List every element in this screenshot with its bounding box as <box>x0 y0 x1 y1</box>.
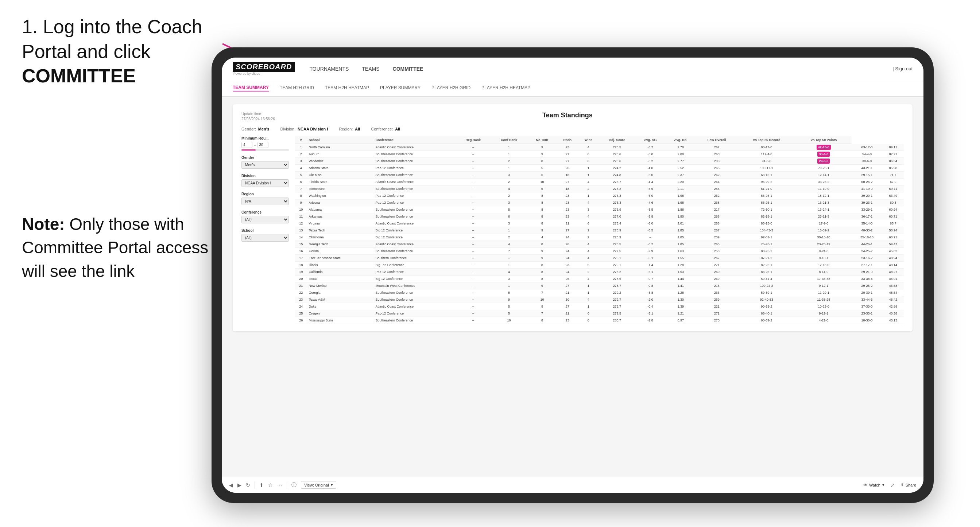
filter-division-label: Division: <box>280 127 296 131</box>
table-cell: Atlantic Coast Conference <box>374 220 456 227</box>
filter-school-select[interactable]: (All) <box>242 234 289 241</box>
table-cell: 14 <box>295 234 307 241</box>
table-cell: 9 <box>527 144 557 151</box>
table-row[interactable]: 15Georgia TechAtlantic Coast Conference–… <box>295 241 904 248</box>
filter-max-input[interactable] <box>258 142 269 148</box>
toolbar-reload-icon[interactable]: ↻ <box>246 482 250 488</box>
table-cell: 59-41-4 <box>737 276 796 283</box>
table-cell: 109-24-2 <box>737 283 796 289</box>
table-row[interactable]: 1North CarolinaAtlantic Coast Conference… <box>295 144 904 151</box>
sign-out-link[interactable]: | Sign out <box>892 66 913 71</box>
table-cell: 10 <box>527 296 557 303</box>
toolbar-info-icon[interactable]: ⓘ <box>291 482 296 488</box>
table-row[interactable]: 24DukeAtlantic Coast Conference–59271279… <box>295 303 904 310</box>
table-row[interactable]: 3VanderbiltSoutheastern Conference–28276… <box>295 158 904 165</box>
table-cell: -1.8 <box>635 317 665 324</box>
table-row[interactable]: 19CaliforniaPac-12 Conference–48242278.2… <box>295 268 904 276</box>
toolbar-forward-icon[interactable]: ▶ <box>237 482 242 488</box>
sub-nav-team-h2h-heatmap[interactable]: TEAM H2H HEATMAP <box>325 85 369 91</box>
table-row[interactable]: 2AuburnSoutheastern Conference–19276273.… <box>295 151 904 158</box>
sub-nav-team-h2h-grid[interactable]: TEAM H2H GRID <box>280 85 314 91</box>
table-row[interactable]: 4Arizona StatePac-12 Conference–15261274… <box>295 165 904 171</box>
table-cell: 267 <box>696 227 737 234</box>
table-cell: 274.2 <box>598 165 635 171</box>
table-cell: 9 <box>527 151 557 158</box>
table-cell: -4.4 <box>635 179 665 186</box>
toolbar-expand-icon[interactable]: ⤢ <box>890 482 895 488</box>
th-no-tour: No Tour <box>527 136 557 144</box>
note-label: Note: <box>22 215 65 233</box>
table-row[interactable]: 11ArkansasSoutheastern Conference–682342… <box>295 213 904 220</box>
table-row[interactable]: 8WashingtonPac-12 Conference–28231276.3-… <box>295 192 904 199</box>
nav-teams[interactable]: TEAMS <box>362 65 379 73</box>
bottom-toolbar: ◀ ▶ ↻ ⬆ ☆ ⋯ ⓘ View: Original ▾ 👁 Watch ▾… <box>222 477 923 493</box>
sub-nav-team-summary[interactable]: TEAM SUMMARY <box>233 85 269 92</box>
toolbar-bookmark-icon[interactable]: ☆ <box>268 482 273 488</box>
table-row[interactable]: 26Mississippi StateSoutheastern Conferen… <box>295 317 904 324</box>
table-cell: 8 <box>527 276 557 283</box>
table-cell: 25 <box>295 310 307 317</box>
filter-division-select[interactable]: NCAA Division I <box>242 179 289 187</box>
standings-table: # School Conference Reg Rank Conf Rank N… <box>295 136 904 324</box>
table-row[interactable]: 16FloridaSoutheastern Conference–7924427… <box>295 248 904 255</box>
table-cell: Illinois <box>307 262 374 268</box>
table-cell: 4 <box>490 268 528 276</box>
filter-min-input[interactable] <box>242 142 252 148</box>
filter-gender-select[interactable]: Men's <box>242 161 289 169</box>
th-school: School <box>307 136 374 144</box>
table-cell: 45.02 <box>882 248 904 255</box>
nav-tournaments[interactable]: TOURNAMENTS <box>309 65 349 73</box>
table-row[interactable]: 23Texas A&MSoutheastern Conference–91030… <box>295 296 904 303</box>
table-cell: 24 <box>557 248 578 255</box>
table-cell: 269 <box>696 276 737 283</box>
card-title: Team Standings <box>275 111 860 119</box>
table-row[interactable]: 21New MexicoMountain West Conference–192… <box>295 283 904 289</box>
toolbar-watch-button[interactable]: 👁 Watch ▾ <box>863 483 885 487</box>
toolbar-share-button[interactable]: ⇧ Share <box>900 483 916 487</box>
table-row[interactable]: 20TexasBig 12 Conference–38264278.6-0.71… <box>295 276 904 283</box>
table-cell: Texas Tech <box>307 227 374 234</box>
table-cell: 23 <box>557 206 578 213</box>
table-cell: 1.28 <box>665 262 696 268</box>
filter-conference-select[interactable]: (All) <box>242 216 289 224</box>
table-row[interactable]: 14OklahomaBig 12 Conference–24242276.9–1… <box>295 234 904 241</box>
sub-nav-player-h2h-grid[interactable]: PLAYER H2H GRID <box>431 85 471 91</box>
table-cell: 100-17-1 <box>737 165 796 171</box>
table-row[interactable]: 13Texas TechBig 12 Conference–19272276.9… <box>295 227 904 234</box>
table-cell: 41-19-0 <box>852 186 882 192</box>
filter-conference-label: Conference: <box>371 127 393 131</box>
table-cell: 24 <box>557 234 578 241</box>
sub-nav-player-summary[interactable]: PLAYER SUMMARY <box>380 85 420 91</box>
table-cell: – <box>456 262 490 268</box>
table-row[interactable]: 5Ole MissSoutheastern Conference–3618127… <box>295 171 904 179</box>
table-row[interactable]: 12VirginiaAtlantic Coast Conference–3821… <box>295 220 904 227</box>
table-row[interactable]: 6Florida StateAtlantic Coast Conference–… <box>295 179 904 186</box>
table-cell: East Tennessee State <box>307 255 374 262</box>
table-cell: 35-18-10 <box>852 234 882 241</box>
table-cell: -5.5 <box>635 186 665 192</box>
toolbar-share-icon[interactable]: ⬆ <box>259 482 264 488</box>
table-cell: 63-15-1 <box>737 171 796 179</box>
table-cell: – <box>456 186 490 192</box>
filter-region-select[interactable]: N/A <box>242 198 289 205</box>
table-cell: Big Ten Conference <box>374 262 456 268</box>
table-cell: 1 <box>490 151 528 158</box>
table-cell: 6 <box>578 158 598 165</box>
table-cell: Texas <box>307 276 374 283</box>
table-row[interactable]: 25OregonPac-12 Conference–57210279.5-3.1… <box>295 310 904 317</box>
sub-nav-player-h2h-heatmap[interactable]: PLAYER H2H HEATMAP <box>481 85 530 91</box>
table-row[interactable]: 7TennesseeSoutheastern Conference–461822… <box>295 186 904 192</box>
table-cell: Big 12 Conference <box>374 276 456 283</box>
table-cell: 23 <box>557 192 578 199</box>
table-row[interactable]: 10AlabamaSoutheastern Conference–5823327… <box>295 206 904 213</box>
toolbar-dots-icon[interactable]: ⋯ <box>277 482 282 488</box>
table-row[interactable]: 22GeorgiaSoutheastern Conference–8721127… <box>295 289 904 296</box>
table-row[interactable]: 18IllinoisBig Ten Conference–18235279.1-… <box>295 262 904 268</box>
toolbar-view-button[interactable]: View: Original ▾ <box>301 481 336 489</box>
table-row[interactable]: 17East Tennessee StateSouthern Conferenc… <box>295 255 904 262</box>
nav-committee[interactable]: COMMITTEE <box>393 65 423 73</box>
toolbar-back-icon[interactable]: ◀ <box>229 482 233 488</box>
table-cell: 90-33-2 <box>737 303 796 310</box>
table-row[interactable]: 9ArizonaPac-12 Conference–38234276.3-4.6… <box>295 199 904 206</box>
table-cell: 10 <box>490 317 528 324</box>
